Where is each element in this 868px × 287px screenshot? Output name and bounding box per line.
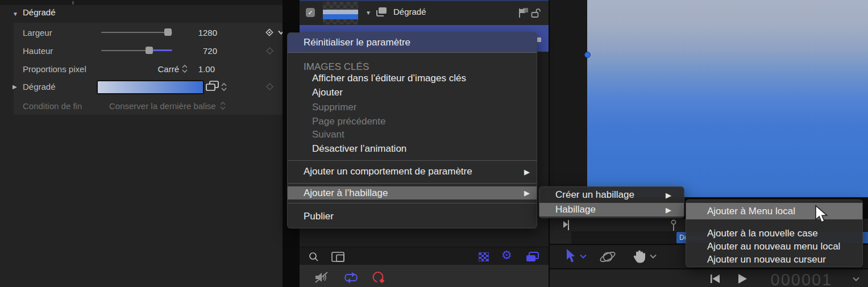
thumbnail-gradient-light-bar <box>323 10 358 14</box>
check-icon: ✓ <box>308 9 313 16</box>
gradient-disclosure-icon[interactable]: ▶ <box>13 84 17 90</box>
render-settings-gear-icon[interactable]: ⚙ <box>501 248 512 262</box>
proportions-stepper-icon[interactable] <box>182 64 188 73</box>
layer-thumbnail[interactable] <box>323 2 358 24</box>
hauteur-label: Hauteur <box>23 46 53 56</box>
inspector-top-strip <box>0 0 283 5</box>
menu-section-images-cles: IMAGES CLÉS <box>304 61 369 73</box>
keyframe-diamond-icon[interactable] <box>265 82 275 91</box>
submenu-item-nouveau-curseur[interactable]: Ajouter un nouveau curseur <box>707 253 826 266</box>
inspector-panel: ▼ Dégradé Largeur 1280 Hauteur 720 Propo… <box>0 0 283 287</box>
keyframe-diamond-icon[interactable] <box>265 46 275 56</box>
canvas[interactable] <box>587 0 868 197</box>
menu-item-desactiver-animation[interactable]: Désactiver l’animation <box>312 143 406 155</box>
largeur-label: Largeur <box>23 28 52 38</box>
largeur-value[interactable]: 1280 <box>176 28 217 38</box>
transparency-checkerboard-icon[interactable] <box>479 252 489 261</box>
timecode-display[interactable]: 000001 <box>767 271 836 287</box>
add-keyframe-icon[interactable] <box>264 27 275 38</box>
hauteur-slider-fill <box>151 49 172 51</box>
divider-notch <box>72 1 74 5</box>
gradient-stepper-icon[interactable] <box>221 82 227 91</box>
proportions-value[interactable]: 1.00 <box>189 64 215 74</box>
submenu-item-creer-habillage[interactable]: Créer un habillage <box>555 189 634 201</box>
condition-stepper-icon <box>220 101 226 110</box>
gradient-preset-copy-icon[interactable] <box>206 81 219 91</box>
proportions-label: Proportions pixel <box>23 64 86 74</box>
submenu-item-nouveau-menu-local[interactable]: Ajouter au nouveau menu local <box>707 240 840 253</box>
search-icon[interactable] <box>309 252 319 262</box>
menu-item-reinitialiser[interactable]: Réinitialiser le paramètre <box>304 36 410 49</box>
layer-name[interactable]: Dégradé <box>393 7 426 16</box>
menu-item-ajouter[interactable]: Ajouter <box>312 86 343 99</box>
hand-tool-icon[interactable] <box>632 248 646 264</box>
layer-row-degrade[interactable]: ✓ ▼ Dégradé <box>300 1 549 25</box>
marker-pin-icon[interactable] <box>670 219 677 231</box>
region-filter-icon[interactable] <box>331 252 344 262</box>
section-disclosure-icon[interactable]: ▼ <box>13 11 18 17</box>
menu-item-ajouter-habillage[interactable]: Ajouter à l’habillage <box>304 186 388 199</box>
largeur-slider-thumb[interactable] <box>164 28 172 36</box>
transport-bar: 000001 <box>550 268 868 287</box>
submenu-item-habillage[interactable]: Habillage <box>555 203 596 217</box>
menu-item-comportement-parametre[interactable]: Ajouter un comportement de paramètre <box>304 165 472 178</box>
loop-playback-icon[interactable] <box>343 272 359 284</box>
canvas-edge-handle[interactable] <box>584 52 591 58</box>
select-tool-chevron-icon[interactable] <box>580 254 587 259</box>
menu-item-afficher-editeur[interactable]: Afficher dans l’éditeur d’images clés <box>312 72 466 85</box>
timeline-options-bar <box>300 265 549 287</box>
largeur-slider-track[interactable] <box>101 32 172 33</box>
menu-local-submenu: Ajouter à Menu local Ajouter à la nouvel… <box>686 199 863 267</box>
playhead-icon[interactable] <box>563 220 570 230</box>
thumbnail-gradient-blue-bar <box>323 14 358 19</box>
track-head <box>550 231 571 244</box>
submenu-item-nouvelle-case[interactable]: Ajouter à la nouvelle case <box>707 227 818 240</box>
submenu-arrow-icon: ▶ <box>524 189 530 197</box>
go-to-start-icon[interactable] <box>710 274 720 283</box>
submenu-arrow-icon: ▶ <box>666 206 671 214</box>
menu-item-publier[interactable]: Publier <box>304 210 334 223</box>
transform-3d-tool-icon[interactable] <box>599 249 617 265</box>
gradient-label: Dégradé <box>23 82 56 91</box>
condition-label: Condition de fin <box>23 101 82 111</box>
hauteur-slider-thumb[interactable] <box>146 47 153 54</box>
inspector-section-title[interactable]: Dégradé <box>23 7 56 17</box>
hauteur-value[interactable]: 720 <box>176 46 217 56</box>
select-tool-icon[interactable] <box>565 248 576 264</box>
timecode-chevron-icon[interactable] <box>853 277 859 281</box>
flag-icon[interactable] <box>517 7 529 18</box>
proportions-popup[interactable]: Carré <box>136 64 179 74</box>
unlock-icon[interactable] <box>531 7 541 18</box>
audio-muted-icon[interactable] <box>314 271 329 284</box>
motion-window: ▼ Dégradé Largeur 1280 Hauteur 720 Propo… <box>0 0 868 287</box>
submenu-arrow-icon: ▶ <box>666 191 671 199</box>
submenu-arrow-icon: ▶ <box>524 168 530 176</box>
menu-item-supprimer: Supprimer <box>312 101 356 114</box>
gradient-swatch[interactable] <box>97 80 204 94</box>
habillage-submenu: Créer un habillage ▶ Habillage ▶ <box>539 186 684 218</box>
mouse-cursor <box>814 205 829 224</box>
play-icon[interactable] <box>738 274 747 284</box>
context-menu: Réinitialiser le paramètre IMAGES CLÉS A… <box>287 32 537 228</box>
menu-item-suivant: Suivant <box>312 128 344 141</box>
condition-popup: Conserver la dernière balise <box>109 101 216 111</box>
submenu-item-ajouter-menu-local[interactable]: Ajouter à Menu local <box>707 203 795 219</box>
hand-tool-chevron-icon[interactable] <box>650 254 657 259</box>
hauteur-slider-track[interactable] <box>101 50 151 51</box>
show-layers-icon[interactable] <box>526 252 539 262</box>
group-icon <box>375 7 387 18</box>
layer-disclosure-icon[interactable]: ▼ <box>366 10 371 16</box>
record-animation-icon[interactable] <box>372 271 386 284</box>
menu-item-page-precedente: Page précédente <box>312 115 386 128</box>
layer-visibility-checkbox[interactable]: ✓ <box>306 8 315 17</box>
layers-toolbar: ⚙ <box>300 247 549 265</box>
selected-row-mini-icon <box>537 38 541 42</box>
